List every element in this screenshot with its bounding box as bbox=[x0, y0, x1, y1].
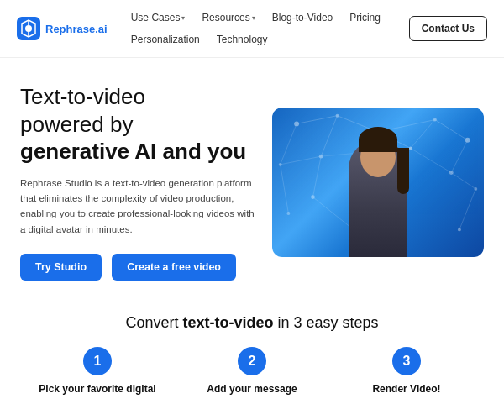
svg-line-27 bbox=[281, 156, 321, 165]
nav-pricing[interactable]: Pricing bbox=[343, 8, 387, 27]
svg-line-21 bbox=[435, 119, 468, 139]
step-number-3: 3 bbox=[392, 347, 421, 375]
avatar-hair bbox=[359, 127, 397, 152]
step-item-3: 3 Render Video! bbox=[344, 347, 470, 396]
svg-point-1 bbox=[25, 25, 32, 32]
nav-use-cases[interactable]: Use Cases ▾ bbox=[124, 8, 192, 27]
svg-line-22 bbox=[281, 123, 297, 164]
svg-line-23 bbox=[321, 115, 337, 155]
svg-line-31 bbox=[312, 156, 321, 197]
navbar: Rephrase.ai Use Cases ▾ Resources ▾ Blog… bbox=[0, 0, 504, 58]
logo-text: Rephrase.ai bbox=[45, 23, 108, 35]
logo-icon bbox=[17, 17, 40, 40]
step-label-2: Add your message bbox=[207, 382, 297, 396]
chevron-down-icon: ▾ bbox=[252, 14, 255, 22]
steps-row: 1 Pick your favorite digital 2 Add your … bbox=[20, 347, 484, 396]
hero-title: Text-to-video powered by generative AI a… bbox=[20, 83, 255, 165]
steps-title: Convert text-to-video in 3 easy steps bbox=[20, 314, 484, 332]
svg-line-29 bbox=[451, 172, 475, 188]
hero-text: Text-to-video powered by generative AI a… bbox=[20, 83, 255, 281]
svg-line-18 bbox=[297, 115, 337, 123]
nav-resources[interactable]: Resources ▾ bbox=[195, 8, 261, 27]
svg-line-34 bbox=[411, 148, 451, 172]
svg-line-26 bbox=[451, 139, 467, 172]
step-label-1: Pick your favorite digital bbox=[39, 382, 155, 396]
step-item-2: 2 Add your message bbox=[189, 347, 315, 396]
nav-blog-to-video[interactable]: Blog-to-Video bbox=[265, 8, 340, 27]
nav-links: Use Cases ▾ Resources ▾ Blog-to-Video Pr… bbox=[124, 8, 409, 49]
svg-line-30 bbox=[281, 164, 289, 213]
avatar-hair-long bbox=[397, 148, 409, 194]
logo[interactable]: Rephrase.ai bbox=[17, 17, 108, 40]
nav-technology[interactable]: Technology bbox=[210, 30, 275, 49]
step-item-1: 1 Pick your favorite digital bbox=[34, 347, 160, 396]
avatar bbox=[340, 123, 416, 257]
hero-image bbox=[272, 108, 484, 257]
hero-buttons: Try Studio Create a free video bbox=[20, 254, 255, 281]
step-label-3: Render Video! bbox=[372, 382, 440, 396]
steps-section: Convert text-to-video in 3 easy steps 1 … bbox=[0, 297, 504, 405]
contact-button[interactable]: Contact Us bbox=[409, 16, 487, 41]
chevron-down-icon: ▾ bbox=[181, 14, 185, 22]
svg-line-33 bbox=[459, 188, 475, 228]
create-free-video-button[interactable]: Create a free video bbox=[112, 254, 236, 281]
hero-section: Text-to-video powered by generative AI a… bbox=[0, 58, 504, 297]
try-studio-button[interactable]: Try Studio bbox=[20, 254, 102, 281]
hero-description: Rephrase Studio is a text-to-video gener… bbox=[20, 176, 255, 238]
step-number-1: 1 bbox=[83, 347, 112, 375]
nav-personalization[interactable]: Personalization bbox=[124, 30, 207, 49]
step-number-2: 2 bbox=[238, 347, 266, 375]
